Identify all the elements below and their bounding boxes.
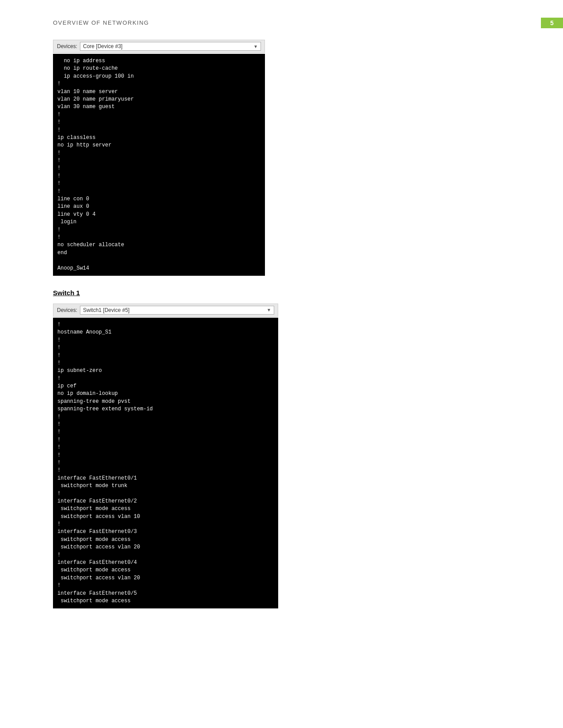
chevron-down-icon: ▼ [253,44,258,49]
core-device-label: Devices: [57,43,77,49]
switch1-device-value: Switch1 [Device #5] [83,307,129,313]
core-device-section: Devices: Core [Device #3] ▼ no ip addres… [53,40,537,276]
core-terminal-block: no ip address no ip route-cache ip acces… [53,54,265,276]
switch1-terminal-content: ! hostname Anoop_S1 ! ! ! ! ip subnet-ze… [57,321,274,605]
switch1-device-select[interactable]: Switch1 [Device #5] ▼ [80,306,274,315]
switch1-section: Switch 1 Devices: Switch1 [Device #5] ▼ … [53,289,537,608]
switch1-heading: Switch 1 [53,289,537,296]
chevron-down-icon-2: ▼ [267,308,271,312]
core-device-widget[interactable]: Devices: Core [Device #3] ▼ [53,40,265,53]
core-device-value: Core [Device #3] [83,43,122,49]
core-device-select[interactable]: Core [Device #3] ▼ [80,42,261,51]
page-header: OVERVIEW OF NETWORKING [53,19,149,26]
switch1-device-label: Devices: [57,307,77,313]
core-terminal-content: no ip address no ip route-cache ip acces… [57,57,261,272]
page-number-badge: 5 [541,18,563,28]
switch1-device-widget[interactable]: Devices: Switch1 [Device #5] ▼ [53,304,278,317]
switch1-terminal-block: ! hostname Anoop_S1 ! ! ! ! ip subnet-ze… [53,318,278,608]
